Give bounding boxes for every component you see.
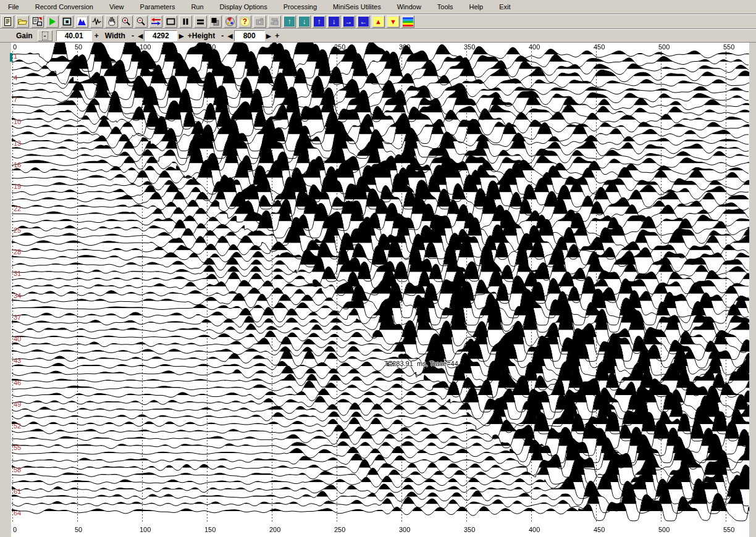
x-tick-top-400: 400 <box>529 43 540 51</box>
blue-left-arrow-icon: ← <box>358 17 369 27</box>
gain-up-button[interactable]: ↑ <box>283 15 296 28</box>
single-window-button[interactable] <box>164 15 177 28</box>
width-spin-right-button[interactable]: ▶ <box>178 32 183 40</box>
trace-number-label-52: 52 <box>14 422 21 430</box>
menu-item-parameters[interactable]: Parameters <box>132 1 183 13</box>
width-decrease-button[interactable]: - <box>132 31 134 40</box>
help-button[interactable]: ? <box>238 15 251 28</box>
color-disc-icon <box>225 17 235 27</box>
menu-item-window[interactable]: Window <box>389 1 429 13</box>
red-up-triangle-icon: ▲ <box>373 17 384 27</box>
height-spin-left-button[interactable]: ◀ <box>227 32 232 40</box>
width-spin-left-button[interactable]: ◀ <box>138 32 143 40</box>
scroll-down-button[interactable]: ↓ <box>327 15 340 28</box>
menu-bar: FileRecord ConversionViewParametersRunDi… <box>0 0 756 14</box>
gain-down-button[interactable]: ↓ <box>298 15 311 28</box>
height-increase-button[interactable]: + <box>275 31 279 40</box>
trace-cursor-marker <box>10 53 12 62</box>
menu-item-run[interactable]: Run <box>183 1 211 13</box>
scroll-left-button[interactable]: ← <box>357 15 370 28</box>
trace-number-label-19: 19 <box>14 183 21 190</box>
trace-number-label-40: 40 <box>14 335 21 343</box>
pan-button[interactable] <box>105 15 118 28</box>
disabled-tool-1-button[interactable] <box>253 15 266 28</box>
trace-number-label-10: 10 <box>14 118 21 125</box>
menu-item-view[interactable]: View <box>101 1 132 13</box>
trace-number-label-28: 28 <box>14 248 21 256</box>
swap-direction-button[interactable] <box>149 15 162 28</box>
zoom-out-button[interactable] <box>135 15 148 28</box>
open-file-button[interactable] <box>16 15 29 28</box>
rect-outline-icon <box>166 17 176 27</box>
menu-item-exit[interactable]: Exit <box>491 1 518 13</box>
menu-item-help[interactable]: Help <box>461 1 492 13</box>
zoom-out-icon <box>136 17 146 27</box>
x-tick-bottom-450: 450 <box>594 526 605 533</box>
x-tick-bottom-100: 100 <box>140 526 151 533</box>
play-button[interactable] <box>46 15 59 28</box>
gain-value-field[interactable]: 40.01 <box>56 30 92 41</box>
cursor-readout-annotation: T=283.91 ms, Trace=44 <box>384 360 458 367</box>
seismic-plot-area: T=283.91 ms, Trace=44 005050100100150150… <box>0 43 756 537</box>
gain-increase-button[interactable]: + <box>94 31 99 40</box>
color-display-button[interactable] <box>224 15 237 28</box>
split-horizontal-button[interactable] <box>194 15 207 28</box>
vertical-bars-icon <box>180 17 191 27</box>
cascade-windows-button[interactable] <box>209 15 222 28</box>
red-down-triangle-icon: ▼ <box>388 17 398 27</box>
scroll-right-button[interactable]: → <box>342 15 355 28</box>
disabled-clip-icon <box>269 17 280 27</box>
color-scale-button[interactable] <box>401 15 414 28</box>
height-decrease-button[interactable]: - <box>221 31 224 40</box>
x-tick-top-250: 250 <box>334 43 345 51</box>
menu-item-display-options[interactable]: Display Options <box>212 1 275 13</box>
x-tick-bottom-400: 400 <box>529 526 540 533</box>
height-value-field[interactable]: 800 <box>234 30 265 41</box>
disabled-camera-icon <box>254 17 265 27</box>
menu-item-miniseis-utilites[interactable]: MiniSeis Utilites <box>325 1 389 13</box>
teal-up-arrow-icon: ↑ <box>284 17 295 27</box>
zoom-in-button[interactable] <box>120 15 133 28</box>
save-record-button[interactable] <box>31 15 44 28</box>
menu-item-file[interactable]: File <box>0 1 27 13</box>
menu-item-tools[interactable]: Tools <box>429 1 461 13</box>
height-spin-right-button[interactable]: ▶ <box>266 32 271 40</box>
gain-decrease-button[interactable]: - <box>38 30 52 41</box>
gain-label: Gain <box>16 31 33 40</box>
amplitude-histogram-button[interactable] <box>75 15 88 28</box>
trace-number-label-34: 34 <box>14 292 21 299</box>
disabled-tool-2-button[interactable] <box>268 15 281 28</box>
polarity-up-button[interactable]: ▲ <box>372 15 385 28</box>
minus-glyph: - <box>42 31 48 40</box>
seismic-wiggle-canvas[interactable] <box>0 43 756 537</box>
rainbow-stripes-icon <box>403 17 413 27</box>
polarity-down-button[interactable]: ▼ <box>387 15 400 28</box>
x-tick-bottom-0: 0 <box>13 526 17 533</box>
trace-number-label-1: 1 <box>14 52 17 60</box>
blue-down-arrow-icon: ↓ <box>329 17 339 27</box>
trace-number-label-13: 13 <box>14 139 21 147</box>
trace-number-label-58: 58 <box>14 466 21 473</box>
trace-number-label-31: 31 <box>14 270 21 277</box>
gain-toolbar: Gain - 40.01 + Width - ◀ 4292 ▶ + Height… <box>0 29 756 43</box>
scroll-up-button[interactable]: ↑ <box>313 15 326 28</box>
x-tick-top-550: 550 <box>723 43 734 51</box>
split-vertical-button[interactable] <box>179 15 192 28</box>
wiggle-trace-button[interactable] <box>90 15 103 28</box>
trace-number-label-25: 25 <box>14 227 21 234</box>
menu-item-processing[interactable]: Processing <box>275 1 325 13</box>
swap-arrows-icon <box>151 17 161 27</box>
new-record-button[interactable] <box>1 15 14 28</box>
toolbar: ?↑↓↑↓→←▲▼ <box>0 14 756 29</box>
width-value-field[interactable]: 4292 <box>144 30 177 41</box>
trace-number-label-7: 7 <box>14 96 17 103</box>
trace-number-label-37: 37 <box>14 314 21 321</box>
x-tick-bottom-550: 550 <box>723 526 734 533</box>
height-label: Height <box>192 31 215 40</box>
help-icon: ? <box>240 17 250 27</box>
menu-item-record-conversion[interactable]: Record Conversion <box>27 1 101 13</box>
stop-display-button[interactable] <box>61 15 74 28</box>
histogram-icon <box>77 17 87 27</box>
width-increase-button[interactable]: + <box>188 31 192 40</box>
x-tick-top-500: 500 <box>658 43 670 51</box>
